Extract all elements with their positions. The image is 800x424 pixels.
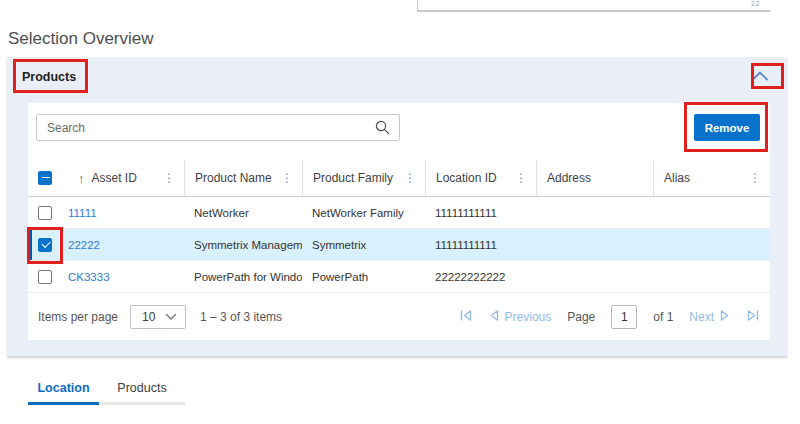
alias-cell (653, 261, 770, 292)
table-header-row: ↑ Asset ID ⋮ Product Name ⋮ Product Fami… (28, 160, 770, 197)
page-number-input[interactable] (611, 305, 637, 329)
next-label: Next (689, 310, 714, 324)
bottom-tab-strip: Location Products (28, 374, 185, 405)
asset-id-link[interactable]: 22222 (68, 239, 100, 251)
panel-title: Products (22, 70, 76, 84)
column-label: Asset ID (92, 171, 137, 185)
table-row[interactable]: 11111 NetWorker NetWorker Family 1111111… (28, 197, 770, 229)
products-table-card: Remove ↑ Asset ID ⋮ Product Name ⋮ (28, 103, 770, 340)
column-label: Product Name (195, 171, 272, 185)
product-name-cell: PowerPath for Windo... (184, 261, 302, 292)
chevron-right-icon (720, 309, 730, 325)
last-page-button[interactable] (746, 309, 760, 325)
items-per-page-select[interactable]: 10 (130, 305, 186, 329)
column-menu-icon[interactable]: ⋮ (163, 172, 175, 184)
select-all-checkbox[interactable] (38, 171, 52, 185)
product-name-cell: Symmetrix Managem... (184, 229, 302, 260)
cutoff-input-fragment (417, 0, 770, 12)
column-header-address[interactable]: Address (536, 160, 653, 196)
column-menu-icon[interactable]: ⋮ (749, 172, 761, 184)
location-id-cell: 11111111111 (425, 197, 536, 228)
column-label: Location ID (436, 171, 497, 185)
column-menu-icon[interactable]: ⋮ (404, 172, 416, 184)
column-label: Address (547, 171, 591, 185)
row-checkbox[interactable] (38, 206, 52, 220)
column-label: Product Family (313, 171, 393, 185)
address-cell (536, 261, 653, 292)
column-label: Alias (664, 171, 690, 185)
alias-cell (653, 197, 770, 228)
products-table: ↑ Asset ID ⋮ Product Name ⋮ Product Fami… (28, 160, 770, 293)
tab-location[interactable]: Location (28, 374, 99, 405)
skip-to-last-icon (746, 309, 760, 325)
page-label: Page (567, 310, 595, 324)
first-page-button[interactable] (459, 309, 473, 325)
row-checkbox[interactable] (38, 270, 52, 284)
pagination-bar: Items per page 10 1 – 3 of 3 items (28, 293, 770, 340)
location-id-cell: 22222222222 (425, 261, 536, 292)
products-panel: Products Remove ↑ (7, 57, 787, 356)
chevron-left-icon (489, 309, 499, 325)
sort-ascending-icon[interactable]: ↑ (78, 171, 85, 186)
collapse-panel-button[interactable] (749, 68, 771, 86)
location-id-cell: 11111111111 (425, 229, 536, 260)
column-header-product-name[interactable]: Product Name ⋮ (184, 160, 302, 196)
search-input-wrapper (36, 114, 400, 141)
chevron-down-icon (165, 310, 185, 324)
search-icon[interactable] (375, 120, 390, 135)
next-page-button[interactable]: Next (689, 309, 730, 325)
table-row[interactable]: 22222 Symmetrix Managem... Symmetrix 111… (28, 229, 770, 261)
page-title: Selection Overview (8, 29, 154, 49)
alias-cell (653, 229, 770, 260)
items-per-page-label: Items per page (38, 310, 118, 324)
column-header-alias[interactable]: Alias ⋮ (653, 160, 770, 196)
product-name-cell: NetWorker (184, 197, 302, 228)
column-header-location-id[interactable]: Location ID ⋮ (425, 160, 536, 196)
row-checkbox[interactable] (38, 238, 52, 252)
asset-id-link[interactable]: CK3333 (68, 271, 110, 283)
asset-id-link[interactable]: 11111 (68, 207, 97, 219)
remove-button[interactable]: Remove (694, 114, 760, 141)
column-header-asset-id[interactable]: ↑ Asset ID ⋮ (66, 160, 184, 196)
skip-to-first-icon (459, 309, 473, 325)
column-header-product-family[interactable]: Product Family ⋮ (302, 160, 425, 196)
previous-label: Previous (505, 310, 552, 324)
cutoff-counter-text: 22 (751, 0, 760, 7)
address-cell (536, 229, 653, 260)
items-per-page-value: 10 (131, 310, 165, 324)
items-range-text: 1 – 3 of 3 items (200, 310, 282, 324)
search-input[interactable] (37, 121, 375, 135)
table-row[interactable]: CK3333 PowerPath for Windo... PowerPath … (28, 261, 770, 293)
product-family-cell: Symmetrix (302, 229, 425, 260)
header-checkbox-cell (28, 160, 66, 196)
address-cell (536, 197, 653, 228)
tab-products[interactable]: Products (99, 374, 185, 405)
previous-page-button[interactable]: Previous (489, 309, 552, 325)
chevron-up-icon (751, 70, 769, 85)
column-menu-icon[interactable]: ⋮ (281, 172, 293, 184)
product-family-cell: PowerPath (302, 261, 425, 292)
product-family-cell: NetWorker Family (302, 197, 425, 228)
column-menu-icon[interactable]: ⋮ (515, 172, 527, 184)
selection-overview-page: 22 Selection Overview Products Remove (0, 0, 800, 424)
page-of-label: of 1 (653, 310, 673, 324)
